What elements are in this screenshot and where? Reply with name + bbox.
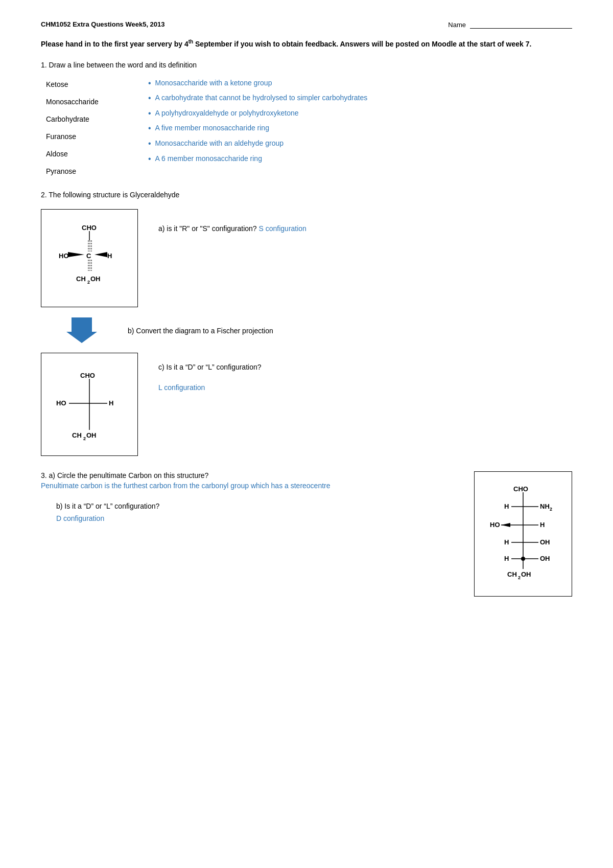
q2a-answer-text: S configuration	[259, 224, 306, 233]
svg-text:OH: OH	[540, 538, 550, 546]
svg-text:2: 2	[87, 280, 90, 285]
term-carbohydrate: Carbohydrate	[46, 115, 148, 123]
svg-text:CHO: CHO	[80, 372, 95, 379]
q2c-answer: c) Is it a “D” or “L” configuration? L c…	[158, 353, 262, 392]
svg-marker-37	[501, 523, 510, 527]
bullet-2: •	[148, 94, 151, 103]
svg-text:H: H	[540, 521, 545, 529]
svg-text:NH: NH	[540, 502, 550, 510]
q2c-question: c) Is it a “D” or “L” configuration?	[158, 363, 262, 371]
q2a-content: CHO C HO H	[41, 209, 572, 307]
definition-2: • A carbohydrate that cannot be hydrolys…	[148, 93, 572, 103]
terms-column: Ketose Monosaccharide Carbohydrate Furan…	[46, 78, 148, 175]
q3-section: 3. a) Circle the penultimate Carbon on t…	[41, 471, 572, 597]
definition-5: • Monosaccharide with an aldehyde group	[148, 139, 572, 149]
q3a-question: a) Circle the penultimate Carbon on this…	[49, 471, 209, 479]
name-label: Name	[448, 21, 466, 29]
svg-text:OH: OH	[521, 570, 531, 578]
q3-left: 3. a) Circle the penultimate Carbon on t…	[41, 471, 459, 522]
svg-text:OH: OH	[86, 431, 97, 439]
svg-text:CH: CH	[72, 431, 82, 439]
def-text-3: A polyhydroxyaldehyde or polyhydroxyketo…	[155, 108, 299, 119]
term-aldose: Aldose	[46, 150, 148, 158]
glyceraldehyde-svg: CHO C HO H	[54, 220, 125, 296]
definition-1: • Monosaccharide with a ketone group	[148, 78, 572, 88]
q2a-answer: a) is it "R" or "S" configuration? S con…	[158, 209, 306, 233]
q3-number: 3.	[41, 471, 47, 479]
name-underline	[470, 20, 572, 29]
svg-text:CH: CH	[507, 570, 517, 578]
q3b-row: b) Is it a “D” or “L” configuration? D c…	[56, 502, 459, 522]
svg-marker-7	[68, 252, 84, 257]
q2a-question: a) is it "R" or "S" configuration? S con…	[158, 224, 306, 233]
matching-section: Ketose Monosaccharide Carbohydrate Furan…	[46, 78, 572, 175]
q3a-answer-text: Penultimate carbon is the furthest carbo…	[41, 482, 459, 490]
header: CHM1052 Extra Questions Week5, 2013 Name	[41, 20, 572, 29]
definition-3: • A polyhydroxyaldehyde or polyhydroxyke…	[148, 108, 572, 119]
svg-text:H: H	[109, 399, 113, 407]
svg-text:H: H	[504, 538, 509, 546]
svg-text:H: H	[107, 252, 112, 260]
arrow-section: b) Convert the diagram to a Fischer proj…	[66, 317, 572, 345]
arrow-svg	[66, 317, 97, 343]
svg-text:2: 2	[550, 507, 552, 512]
svg-text:HO: HO	[59, 252, 69, 260]
svg-marker-9	[95, 252, 107, 257]
svg-text:CHO: CHO	[82, 224, 97, 232]
svg-text:OH: OH	[90, 275, 101, 283]
def-text-2: A carbohydrate that cannot be hydrolysed…	[155, 93, 368, 103]
bullet-5: •	[148, 139, 151, 148]
q2-title: 2. The following structure is Glyceralde…	[41, 191, 572, 199]
svg-marker-16	[66, 317, 97, 343]
q2c-section: CHO HO H CH 2 OH c) Is it a “D” or “L” c…	[41, 353, 572, 456]
definitions-column: • Monosaccharide with a ketone group • A…	[148, 78, 572, 175]
definition-4: • A five member monosaccharide ring	[148, 123, 572, 133]
q1-title: 1. Draw a line between the word and its …	[41, 61, 572, 69]
svg-text:2: 2	[83, 436, 86, 440]
course-title: CHM1052 Extra Questions Week5, 2013	[41, 20, 165, 28]
term-monosaccharide: Monosaccharide	[46, 98, 148, 106]
term-furanose: Furanose	[46, 132, 148, 141]
svg-text:OH: OH	[540, 555, 550, 562]
def-text-1: Monosaccharide with a ketone group	[155, 78, 272, 88]
q3-right: CHO H NH 2 HO H H	[474, 471, 572, 597]
bullet-4: •	[148, 124, 151, 133]
def-text-5: Monosaccharide with an aldehyde group	[155, 139, 284, 149]
svg-text:HO: HO	[56, 399, 66, 407]
down-arrow-icon	[66, 317, 97, 345]
q3a-row: 3. a) Circle the penultimate Carbon on t…	[41, 471, 459, 490]
molecule-box-1: CHO C HO H	[41, 209, 138, 307]
name-line: Name	[448, 20, 572, 29]
svg-text:H: H	[504, 555, 509, 562]
bullet-6: •	[148, 154, 151, 164]
def-text-4: A five member monosaccharide ring	[155, 123, 269, 133]
instructions: Please hand in to the first year servery…	[41, 38, 572, 50]
q3b-question: b) Is it a “D” or “L” configuration?	[56, 502, 159, 510]
bullet-1: •	[148, 79, 151, 88]
definition-6: • A 6 member monosaccharide ring	[148, 154, 572, 164]
q3-molecule-box: CHO H NH 2 HO H H	[474, 471, 572, 597]
svg-text:H: H	[504, 502, 509, 510]
svg-text:CHO: CHO	[513, 485, 528, 493]
def-text-6: A 6 member monosaccharide ring	[155, 154, 262, 164]
molecule-box-2: CHO HO H CH 2 OH	[41, 353, 138, 456]
q3b-answer-text: D configuration	[56, 514, 104, 522]
svg-text:HO: HO	[490, 521, 500, 529]
term-ketose: Ketose	[46, 80, 148, 88]
svg-text:CH: CH	[76, 275, 86, 283]
term-pyranose: Pyranose	[46, 167, 148, 175]
svg-text:2: 2	[518, 575, 521, 580]
fischer-svg: CHO HO H CH 2 OH	[54, 369, 125, 440]
q2b-question: b) Convert the diagram to a Fischer proj…	[128, 327, 273, 335]
bullet-3: •	[148, 109, 151, 118]
svg-text:C: C	[86, 252, 91, 260]
q2c-answer-text: L configuration	[158, 383, 262, 392]
q3-molecule-svg: CHO H NH 2 HO H H	[485, 482, 561, 584]
